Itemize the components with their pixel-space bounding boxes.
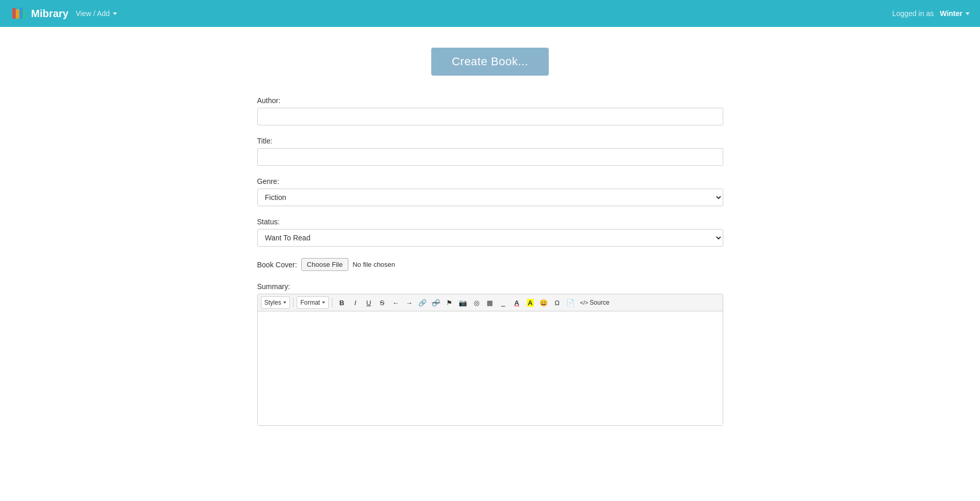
bg-color-icon: A [527,299,534,307]
author-input[interactable] [257,108,723,125]
status-group: Status: Want To Read Currently Reading R… [257,218,723,247]
genre-group: Genre: Fiction Non-Fiction Mystery Scien… [257,177,723,206]
redo-button[interactable]: → [403,296,415,309]
user-menu-caret-icon [966,12,970,15]
summary-group: Summary: Styles Format [257,282,723,426]
link-icon: 🔗 [418,299,427,307]
special-char-button[interactable]: Ω [551,296,563,309]
flash-button[interactable]: ◎ [470,296,482,309]
summary-label: Summary: [257,282,723,291]
genre-label: Genre: [257,177,723,185]
status-select[interactable]: Want To Read Currently Reading Read [257,229,723,247]
title-group: Title: [257,137,723,166]
page-title-container: Create Book... [257,48,723,76]
flash-icon: ◎ [474,299,479,307]
navbar-username: Winter [940,9,962,18]
title-input[interactable] [257,148,723,166]
logo-icon [10,5,27,22]
source-button[interactable]: </> Source [578,296,611,309]
bold-button[interactable]: B [335,296,348,309]
navbar-user-menu[interactable]: Logged in as Winter [892,9,970,18]
redo-icon: → [406,299,413,307]
toolbar-sep-1 [293,298,294,307]
strikethrough-button[interactable]: S [376,296,388,309]
source-icon: </> [580,299,588,306]
unlink-icon: 🔗 [432,299,440,307]
font-color-button[interactable]: A [510,296,523,309]
navbar-brand[interactable]: Mibrary [10,5,68,22]
book-cover-row: Book Cover: Choose File No file chosen [257,258,723,271]
styles-caret-icon [283,302,286,304]
choose-file-button[interactable]: Choose File [301,258,348,271]
navbar: Mibrary View / Add Logged in as Winter [0,0,980,27]
undo-button[interactable]: ← [389,296,402,309]
table-button[interactable]: ▦ [484,296,496,309]
logged-in-prefix: Logged in as [892,9,933,18]
emoji-button[interactable]: 😀 [537,296,550,309]
view-add-caret-icon [113,12,117,15]
strikethrough-label: S [380,299,385,307]
svg-rect-3 [20,7,23,19]
source-label: Source [590,299,609,306]
italic-label: I [354,299,356,307]
font-color-icon: A [515,299,519,307]
view-add-label: View / Add [76,9,110,18]
special-char-icon: Ω [554,299,560,307]
svg-rect-4 [23,10,25,19]
toolbar-sep-2 [332,298,332,307]
page-title: Create Book... [431,48,549,76]
format-dropdown[interactable]: Format [297,296,329,309]
page-break-icon: 📄 [566,299,575,307]
main-content: Create Book... Author: Title: Genre: Fic… [247,27,734,458]
create-book-form: Author: Title: Genre: Fiction Non-Fictio… [257,96,723,426]
view-add-link[interactable]: View / Add [76,9,117,18]
no-file-text: No file chosen [353,261,395,268]
author-label: Author: [257,96,723,105]
hr-button[interactable]: ⎯ [497,296,509,309]
editor-toolbar: Styles Format B [258,294,723,311]
styles-dropdown-label: Styles [265,299,282,306]
image-icon: 📷 [459,299,467,307]
svg-rect-1 [12,8,16,19]
hr-icon: ⎯ [501,299,505,307]
italic-button[interactable]: I [349,296,361,309]
bold-label: B [340,299,344,307]
format-caret-icon [322,302,325,304]
author-group: Author: [257,96,723,125]
anchor-button[interactable]: ⚑ [443,296,456,309]
table-icon: ▦ [487,299,493,307]
editor-body[interactable] [258,311,723,425]
unlink-button[interactable]: 🔗 [430,296,442,309]
anchor-icon: ⚑ [446,299,452,307]
underline-label: U [367,299,371,307]
svg-rect-2 [16,9,19,19]
page-break-button[interactable]: 📄 [564,296,577,309]
book-cover-label: Book Cover: [257,261,297,269]
genre-select[interactable]: Fiction Non-Fiction Mystery Science Fict… [257,189,723,206]
bg-color-button[interactable]: A [524,296,536,309]
book-cover-group: Book Cover: Choose File No file chosen [257,258,723,271]
styles-dropdown[interactable]: Styles [261,296,290,309]
undo-icon: ← [392,299,399,307]
summary-editor: Styles Format B [257,294,723,426]
image-button[interactable]: 📷 [457,296,469,309]
brand-label: Mibrary [31,8,68,20]
title-label: Title: [257,137,723,145]
status-label: Status: [257,218,723,226]
format-dropdown-label: Format [300,299,320,306]
navbar-left: Mibrary View / Add [10,5,117,22]
underline-button[interactable]: U [362,296,375,309]
emoji-icon: 😀 [539,299,548,307]
link-button[interactable]: 🔗 [416,296,429,309]
